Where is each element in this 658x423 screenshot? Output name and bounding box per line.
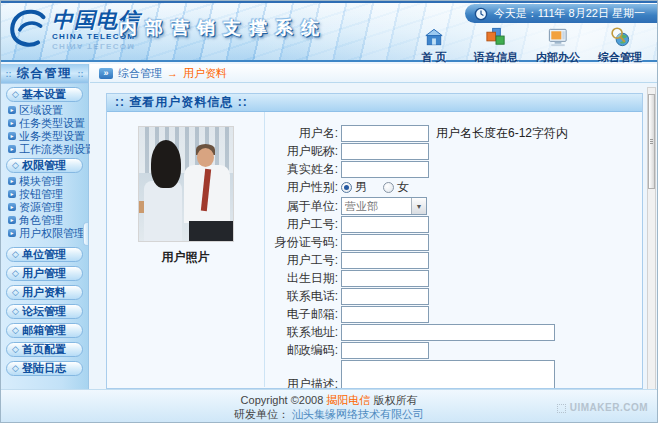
sidebar-title-text: 综合管理 [17, 65, 73, 82]
gender-option-female[interactable]: 女 [383, 179, 409, 196]
breadcrumb: 综合管理 → 用户资料 [90, 64, 657, 83]
office-computer-icon [545, 26, 571, 49]
nickname-input[interactable] [341, 143, 429, 160]
address-input[interactable] [341, 324, 555, 341]
sidebar-section-basic-settings[interactable]: 基本设置 [6, 87, 83, 102]
sidebar-section-label: 权限管理 [22, 158, 66, 173]
scrollbar-grip [650, 139, 653, 144]
sidebar-collapse-handle[interactable] [83, 222, 88, 246]
sidebar-button-unit-management[interactable]: 单位管理 [6, 247, 83, 262]
voice-blocks-icon [483, 26, 509, 49]
username-input[interactable] [341, 125, 429, 142]
date-text: 今天是：111年 8月22日 星期一 [494, 6, 645, 21]
form-row: 真实姓名: [265, 161, 642, 178]
date-bar: 今天是：111年 8月22日 星期一 [465, 4, 657, 23]
diamond-icon [12, 326, 19, 335]
form-row: 用户描述: [265, 360, 642, 389]
photo-caption: 用户照片 [107, 249, 264, 266]
vertical-scrollbar[interactable] [647, 87, 656, 390]
uimaker-logo-icon [557, 404, 566, 413]
nickname-label: 用户昵称: [265, 143, 341, 160]
employee-id-input[interactable] [341, 216, 429, 233]
form-row: 用户工号: [265, 216, 642, 233]
scrollbar-thumb[interactable] [648, 94, 655, 189]
sidebar-item-user-permission-management[interactable]: 用户权限管理 [1, 227, 88, 239]
nav-item-integrated-management[interactable]: 综合管理 [589, 26, 651, 65]
sidebar-item-task-type-settings[interactable]: 任务类型设置 [1, 117, 88, 129]
form-row: 联系电话: [265, 288, 642, 305]
nav-item-home[interactable]: 首 页 [403, 26, 465, 65]
sidebar: :: 综合管理 :: 基本设置 区域设置 任务类型设置 业务类型设置 工作流类别… [1, 64, 89, 391]
employee-id-label: 用户工号: [265, 216, 341, 233]
gender-option-male[interactable]: 男 [341, 179, 367, 196]
sidebar-item-role-management[interactable]: 角色管理 [1, 214, 88, 226]
china-telecom-logo-icon [8, 9, 48, 47]
form-row: 身份证号码: [265, 234, 642, 251]
employee-id2-input[interactable] [341, 252, 429, 269]
sidebar-button-user-management[interactable]: 用户管理 [6, 266, 83, 281]
diamond-icon [12, 307, 19, 316]
sidebar-item-resource-management[interactable]: 资源管理 [1, 201, 88, 213]
header-top-line [1, 1, 657, 3]
sidebar-button-label: 首页配置 [22, 342, 66, 357]
form-row: 联系地址: [265, 324, 642, 341]
sidebar-button-homepage-config[interactable]: 首页配置 [6, 342, 83, 357]
id-card-label: 身份证号码: [265, 234, 341, 251]
watermark: UIMAKER.COM [557, 401, 648, 415]
sidebar-item-module-management[interactable]: 模块管理 [1, 175, 88, 187]
sidebar-button-forum-management[interactable]: 论坛管理 [6, 304, 83, 319]
photo-column: 用户照片 [107, 112, 265, 387]
form-row: 用户工号: [265, 252, 642, 269]
radio-female-icon[interactable] [383, 182, 394, 193]
sidebar-item-label: 用户权限管理 [19, 226, 85, 241]
user-photo [138, 126, 234, 242]
sidebar-item-business-type-settings[interactable]: 业务类型设置 [1, 130, 88, 142]
realname-input[interactable] [341, 161, 429, 178]
nav-item-voice-info[interactable]: 语音信息 [465, 26, 527, 65]
unit-label: 属于单位: [265, 198, 341, 215]
unit-select-value: 营业部 [342, 199, 411, 214]
sidebar-button-mailbox-management[interactable]: 邮箱管理 [6, 323, 83, 338]
nav-label: 内部办公 [536, 50, 580, 65]
birthdate-input[interactable] [341, 270, 429, 287]
gender-male-label: 男 [355, 179, 367, 196]
radio-male-icon[interactable] [341, 182, 352, 193]
arrow-bullet-icon [8, 119, 16, 127]
developer-company-link[interactable]: 汕头集缘网络技术有限公司 [292, 408, 424, 420]
system-title: 内部营销支撑系统 [119, 16, 327, 40]
sidebar-button-user-profile[interactable]: 用户资料 [6, 285, 83, 300]
breadcrumb-parent[interactable]: 综合管理 [118, 66, 162, 81]
home-icon [421, 26, 447, 49]
arrow-bullet-icon [8, 145, 16, 153]
sidebar-button-label: 用户管理 [22, 266, 66, 281]
diamond-icon [12, 161, 19, 170]
diamond-icon [12, 269, 19, 278]
main-content: 综合管理 → 用户资料 :: 查看用户资料信息 :: [90, 64, 657, 391]
sidebar-item-button-management[interactable]: 按钮管理 [1, 188, 88, 200]
postcode-input[interactable] [341, 342, 429, 359]
brand-reflection: CHINA TELECOM [52, 42, 140, 50]
arrow-bullet-icon [8, 106, 16, 114]
username-label: 用户名: [265, 125, 341, 142]
arrow-bullet-icon [8, 203, 16, 211]
sidebar-item-region-settings[interactable]: 区域设置 [1, 104, 88, 116]
id-card-input[interactable] [341, 234, 429, 251]
form-row: 出生日期: [265, 270, 642, 287]
page-footer: Copyright ©2008 揭阳电信 版权所有 研发单位： 汕头集缘网络技术… [1, 389, 657, 422]
sidebar-button-label: 论坛管理 [22, 304, 66, 319]
nav-item-internal-office[interactable]: 内部办公 [527, 26, 589, 65]
diamond-icon [12, 364, 19, 373]
form-row: 用户名: 用户名长度在6-12字符内 [265, 125, 642, 142]
sidebar-section-permission-management[interactable]: 权限管理 [6, 158, 83, 173]
unit-select[interactable]: 营业部 [341, 197, 427, 215]
sidebar-button-login-log[interactable]: 登陆日志 [6, 361, 83, 376]
gender-label: 用户性别: [265, 179, 341, 196]
username-hint: 用户名长度在6-12字符内 [436, 125, 568, 142]
sidebar-item-workflow-category-settings[interactable]: 工作流类别设置 [1, 143, 88, 155]
top-nav: 首 页 语音信息 内部办公 [403, 26, 651, 65]
description-textarea[interactable] [341, 360, 555, 389]
email-input[interactable] [341, 306, 429, 323]
postcode-label: 邮政编码: [265, 342, 341, 359]
chevron-down-icon[interactable] [411, 198, 426, 214]
phone-input[interactable] [341, 288, 429, 305]
